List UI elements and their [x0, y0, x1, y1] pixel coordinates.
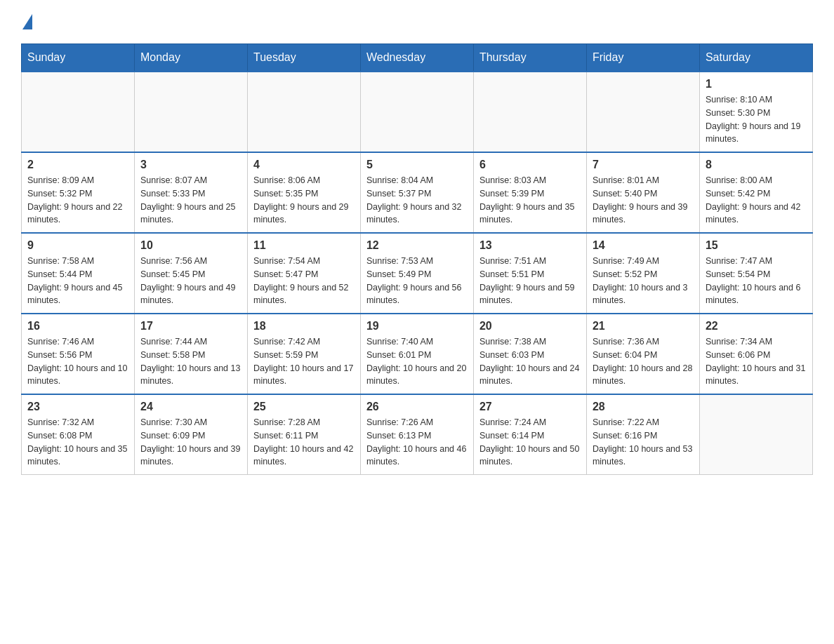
calendar-cell — [699, 394, 812, 475]
days-of-week-row: SundayMondayTuesdayWednesdayThursdayFrid… — [22, 44, 813, 72]
day-info: Sunrise: 7:44 AM Sunset: 5:58 PM Dayligh… — [140, 335, 241, 388]
day-info: Sunrise: 8:03 AM Sunset: 5:39 PM Dayligh… — [479, 174, 581, 227]
day-info: Sunrise: 8:06 AM Sunset: 5:35 PM Dayligh… — [253, 174, 355, 227]
day-info: Sunrise: 7:32 AM Sunset: 6:08 PM Dayligh… — [27, 416, 128, 469]
day-number: 7 — [593, 159, 694, 171]
calendar-header: SundayMondayTuesdayWednesdayThursdayFrid… — [22, 44, 813, 72]
calendar-cell — [22, 72, 135, 152]
logo — [21, 14, 34, 29]
day-info: Sunrise: 7:54 AM Sunset: 5:47 PM Dayligh… — [253, 255, 355, 307]
day-info: Sunrise: 8:09 AM Sunset: 5:32 PM Dayligh… — [27, 174, 128, 227]
day-info: Sunrise: 8:01 AM Sunset: 5:40 PM Dayligh… — [593, 174, 694, 227]
day-info: Sunrise: 7:58 AM Sunset: 5:44 PM Dayligh… — [27, 255, 128, 307]
calendar-cell: 27Sunrise: 7:24 AM Sunset: 6:14 PM Dayli… — [473, 394, 586, 475]
day-number: 28 — [593, 401, 694, 413]
day-info: Sunrise: 7:47 AM Sunset: 5:54 PM Dayligh… — [706, 255, 807, 307]
calendar-cell: 9Sunrise: 7:58 AM Sunset: 5:44 PM Daylig… — [22, 233, 135, 314]
day-number: 9 — [27, 239, 128, 252]
day-number: 5 — [366, 159, 468, 171]
day-info: Sunrise: 7:36 AM Sunset: 6:04 PM Dayligh… — [593, 335, 694, 388]
calendar-cell: 10Sunrise: 7:56 AM Sunset: 5:45 PM Dayli… — [134, 233, 247, 314]
calendar-cell: 21Sunrise: 7:36 AM Sunset: 6:04 PM Dayli… — [586, 314, 699, 394]
calendar-cell: 26Sunrise: 7:26 AM Sunset: 6:13 PM Dayli… — [360, 394, 473, 475]
calendar-cell — [247, 72, 360, 152]
calendar-cell: 25Sunrise: 7:28 AM Sunset: 6:11 PM Dayli… — [247, 394, 360, 475]
calendar-cell — [473, 72, 586, 152]
day-header-wednesday: Wednesday — [360, 44, 473, 72]
week-row: 2Sunrise: 8:09 AM Sunset: 5:32 PM Daylig… — [22, 152, 813, 233]
calendar-cell: 7Sunrise: 8:01 AM Sunset: 5:40 PM Daylig… — [586, 152, 699, 233]
calendar-cell — [360, 72, 473, 152]
day-info: Sunrise: 8:10 AM Sunset: 5:30 PM Dayligh… — [706, 93, 807, 146]
day-number: 6 — [479, 159, 581, 171]
calendar-table: SundayMondayTuesdayWednesdayThursdayFrid… — [21, 43, 813, 475]
day-number: 27 — [479, 401, 581, 413]
day-info: Sunrise: 7:42 AM Sunset: 5:59 PM Dayligh… — [253, 335, 355, 388]
day-number: 8 — [706, 159, 807, 171]
day-info: Sunrise: 7:22 AM Sunset: 6:16 PM Dayligh… — [593, 416, 694, 469]
calendar-cell: 18Sunrise: 7:42 AM Sunset: 5:59 PM Dayli… — [247, 314, 360, 394]
week-row: 23Sunrise: 7:32 AM Sunset: 6:08 PM Dayli… — [22, 394, 813, 475]
day-number: 14 — [593, 239, 694, 252]
day-number: 24 — [140, 401, 241, 413]
day-info: Sunrise: 7:38 AM Sunset: 6:03 PM Dayligh… — [479, 335, 581, 388]
calendar-cell: 6Sunrise: 8:03 AM Sunset: 5:39 PM Daylig… — [473, 152, 586, 233]
calendar-cell: 22Sunrise: 7:34 AM Sunset: 6:06 PM Dayli… — [699, 314, 812, 394]
day-info: Sunrise: 7:28 AM Sunset: 6:11 PM Dayligh… — [253, 416, 355, 469]
calendar-cell: 19Sunrise: 7:40 AM Sunset: 6:01 PM Dayli… — [360, 314, 473, 394]
day-header-monday: Monday — [134, 44, 247, 72]
calendar-cell: 4Sunrise: 8:06 AM Sunset: 5:35 PM Daylig… — [247, 152, 360, 233]
calendar-cell: 5Sunrise: 8:04 AM Sunset: 5:37 PM Daylig… — [360, 152, 473, 233]
day-info: Sunrise: 7:51 AM Sunset: 5:51 PM Dayligh… — [479, 255, 581, 307]
calendar-cell: 12Sunrise: 7:53 AM Sunset: 5:49 PM Dayli… — [360, 233, 473, 314]
day-number: 13 — [479, 239, 581, 252]
day-number: 3 — [140, 159, 241, 171]
calendar-cell: 23Sunrise: 7:32 AM Sunset: 6:08 PM Dayli… — [22, 394, 135, 475]
day-info: Sunrise: 7:24 AM Sunset: 6:14 PM Dayligh… — [479, 416, 581, 469]
day-header-tuesday: Tuesday — [247, 44, 360, 72]
day-number: 26 — [366, 401, 468, 413]
day-info: Sunrise: 7:56 AM Sunset: 5:45 PM Dayligh… — [140, 255, 241, 307]
calendar-cell: 1Sunrise: 8:10 AM Sunset: 5:30 PM Daylig… — [699, 72, 812, 152]
week-row: 16Sunrise: 7:46 AM Sunset: 5:56 PM Dayli… — [22, 314, 813, 394]
calendar-cell: 28Sunrise: 7:22 AM Sunset: 6:16 PM Dayli… — [586, 394, 699, 475]
day-info: Sunrise: 7:30 AM Sunset: 6:09 PM Dayligh… — [140, 416, 241, 469]
day-number: 15 — [706, 239, 807, 252]
calendar-cell: 24Sunrise: 7:30 AM Sunset: 6:09 PM Dayli… — [134, 394, 247, 475]
day-number: 10 — [140, 239, 241, 252]
calendar-cell: 8Sunrise: 8:00 AM Sunset: 5:42 PM Daylig… — [699, 152, 812, 233]
calendar-cell: 17Sunrise: 7:44 AM Sunset: 5:58 PM Dayli… — [134, 314, 247, 394]
calendar-body: 1Sunrise: 8:10 AM Sunset: 5:30 PM Daylig… — [22, 72, 813, 475]
calendar-cell — [586, 72, 699, 152]
day-number: 1 — [706, 78, 807, 90]
day-number: 21 — [593, 320, 694, 333]
day-number: 19 — [366, 320, 468, 333]
calendar-cell: 2Sunrise: 8:09 AM Sunset: 5:32 PM Daylig… — [22, 152, 135, 233]
day-number: 20 — [479, 320, 581, 333]
calendar-cell — [134, 72, 247, 152]
day-number: 22 — [706, 320, 807, 333]
day-info: Sunrise: 8:04 AM Sunset: 5:37 PM Dayligh… — [366, 174, 468, 227]
day-number: 17 — [140, 320, 241, 333]
day-header-sunday: Sunday — [22, 44, 135, 72]
calendar-cell: 14Sunrise: 7:49 AM Sunset: 5:52 PM Dayli… — [586, 233, 699, 314]
calendar-cell: 16Sunrise: 7:46 AM Sunset: 5:56 PM Dayli… — [22, 314, 135, 394]
day-header-saturday: Saturday — [699, 44, 812, 72]
day-number: 12 — [366, 239, 468, 252]
calendar-cell: 13Sunrise: 7:51 AM Sunset: 5:51 PM Dayli… — [473, 233, 586, 314]
day-header-friday: Friday — [586, 44, 699, 72]
day-info: Sunrise: 7:46 AM Sunset: 5:56 PM Dayligh… — [27, 335, 128, 388]
week-row: 9Sunrise: 7:58 AM Sunset: 5:44 PM Daylig… — [22, 233, 813, 314]
calendar-cell: 3Sunrise: 8:07 AM Sunset: 5:33 PM Daylig… — [134, 152, 247, 233]
day-number: 23 — [27, 401, 128, 413]
calendar-cell: 15Sunrise: 7:47 AM Sunset: 5:54 PM Dayli… — [699, 233, 812, 314]
week-row: 1Sunrise: 8:10 AM Sunset: 5:30 PM Daylig… — [22, 72, 813, 152]
day-info: Sunrise: 7:34 AM Sunset: 6:06 PM Dayligh… — [706, 335, 807, 388]
day-info: Sunrise: 8:00 AM Sunset: 5:42 PM Dayligh… — [706, 174, 807, 227]
day-number: 18 — [253, 320, 355, 333]
day-info: Sunrise: 7:40 AM Sunset: 6:01 PM Dayligh… — [366, 335, 468, 388]
day-info: Sunrise: 7:26 AM Sunset: 6:13 PM Dayligh… — [366, 416, 468, 469]
logo-triangle-icon — [22, 14, 32, 29]
page-header — [21, 14, 813, 29]
day-header-thursday: Thursday — [473, 44, 586, 72]
